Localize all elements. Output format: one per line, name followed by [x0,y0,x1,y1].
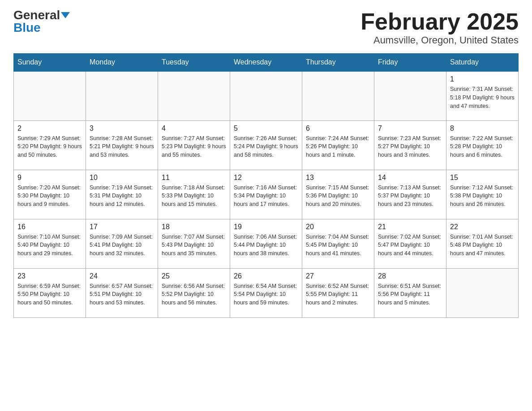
day-number: 21 [378,223,442,231]
day-info: Sunrise: 7:13 AM Sunset: 5:37 PM Dayligh… [378,184,442,209]
day-number: 9 [17,174,82,182]
calendar-cell: 25Sunrise: 6:56 AM Sunset: 5:52 PM Dayli… [158,268,230,317]
day-info: Sunrise: 7:01 AM Sunset: 5:48 PM Dayligh… [450,233,515,258]
day-info: Sunrise: 7:22 AM Sunset: 5:28 PM Dayligh… [450,134,515,159]
day-number: 25 [162,272,226,280]
day-info: Sunrise: 7:24 AM Sunset: 5:26 PM Dayligh… [306,134,370,159]
day-info: Sunrise: 7:26 AM Sunset: 5:24 PM Dayligh… [234,134,298,159]
weekday-header-saturday: Saturday [446,54,519,72]
calendar-cell: 22Sunrise: 7:01 AM Sunset: 5:48 PM Dayli… [446,219,519,268]
weekday-header-wednesday: Wednesday [230,54,302,72]
logo-triangle-icon [61,12,70,18]
day-info: Sunrise: 7:04 AM Sunset: 5:45 PM Dayligh… [306,233,370,258]
day-info: Sunrise: 6:57 AM Sunset: 5:51 PM Dayligh… [90,282,154,307]
calendar-cell [374,71,446,120]
calendar-cell: 15Sunrise: 7:12 AM Sunset: 5:38 PM Dayli… [446,170,519,219]
day-number: 26 [234,272,298,280]
day-number: 24 [90,272,154,280]
day-number: 5 [234,124,298,133]
calendar-week-3: 9Sunrise: 7:20 AM Sunset: 5:30 PM Daylig… [14,170,519,219]
calendar-week-4: 16Sunrise: 7:10 AM Sunset: 5:40 PM Dayli… [14,219,519,268]
calendar-cell: 10Sunrise: 7:19 AM Sunset: 5:31 PM Dayli… [86,170,158,219]
calendar-cell: 5Sunrise: 7:26 AM Sunset: 5:24 PM Daylig… [230,120,302,170]
day-number: 19 [234,223,298,231]
calendar-cell: 4Sunrise: 7:27 AM Sunset: 5:23 PM Daylig… [158,120,230,170]
day-number: 28 [378,272,442,280]
calendar-cell: 20Sunrise: 7:04 AM Sunset: 5:45 PM Dayli… [302,219,374,268]
calendar-body: 1Sunrise: 7:31 AM Sunset: 5:18 PM Daylig… [14,71,519,317]
day-number: 12 [234,174,298,182]
day-number: 1 [450,75,515,83]
day-info: Sunrise: 7:28 AM Sunset: 5:21 PM Dayligh… [90,134,154,159]
calendar-cell: 3Sunrise: 7:28 AM Sunset: 5:21 PM Daylig… [86,120,158,170]
calendar-cell: 23Sunrise: 6:59 AM Sunset: 5:50 PM Dayli… [14,268,86,317]
calendar-cell: 18Sunrise: 7:07 AM Sunset: 5:43 PM Dayli… [158,219,230,268]
day-number: 10 [90,174,154,182]
logo-general-text: General [13,9,60,21]
calendar-title: February 2025 [360,9,519,34]
calendar-cell: 12Sunrise: 7:16 AM Sunset: 5:34 PM Dayli… [230,170,302,219]
calendar-cell: 9Sunrise: 7:20 AM Sunset: 5:30 PM Daylig… [14,170,86,219]
calendar-cell: 8Sunrise: 7:22 AM Sunset: 5:28 PM Daylig… [446,120,519,170]
day-number: 2 [17,124,82,133]
weekday-header-row: SundayMondayTuesdayWednesdayThursdayFrid… [14,54,519,72]
day-info: Sunrise: 7:07 AM Sunset: 5:43 PM Dayligh… [162,233,226,258]
calendar-cell: 24Sunrise: 6:57 AM Sunset: 5:51 PM Dayli… [86,268,158,317]
day-number: 4 [162,124,226,133]
day-info: Sunrise: 7:19 AM Sunset: 5:31 PM Dayligh… [90,184,154,209]
day-number: 8 [450,124,515,133]
day-number: 16 [17,223,82,231]
day-info: Sunrise: 7:16 AM Sunset: 5:34 PM Dayligh… [234,184,298,209]
calendar-cell [446,268,519,317]
calendar-cell: 1Sunrise: 7:31 AM Sunset: 5:18 PM Daylig… [446,71,519,120]
weekday-header-tuesday: Tuesday [158,54,230,72]
day-number: 17 [90,223,154,231]
day-info: Sunrise: 7:09 AM Sunset: 5:41 PM Dayligh… [90,233,154,258]
day-number: 11 [162,174,226,182]
day-info: Sunrise: 7:12 AM Sunset: 5:38 PM Dayligh… [450,184,515,209]
day-number: 18 [162,223,226,231]
weekday-header-friday: Friday [374,54,446,72]
calendar-cell: 17Sunrise: 7:09 AM Sunset: 5:41 PM Dayli… [86,219,158,268]
calendar-table: SundayMondayTuesdayWednesdayThursdayFrid… [13,53,519,318]
calendar-cell: 6Sunrise: 7:24 AM Sunset: 5:26 PM Daylig… [302,120,374,170]
weekday-header-thursday: Thursday [302,54,374,72]
weekday-header-sunday: Sunday [14,54,86,72]
calendar-cell: 28Sunrise: 6:51 AM Sunset: 5:56 PM Dayli… [374,268,446,317]
day-info: Sunrise: 6:59 AM Sunset: 5:50 PM Dayligh… [17,282,82,307]
calendar-cell [302,71,374,120]
calendar-cell: 2Sunrise: 7:29 AM Sunset: 5:20 PM Daylig… [14,120,86,170]
day-info: Sunrise: 7:02 AM Sunset: 5:47 PM Dayligh… [378,233,442,258]
day-number: 20 [306,223,370,231]
calendar-cell [230,71,302,120]
day-info: Sunrise: 7:06 AM Sunset: 5:44 PM Dayligh… [234,233,298,258]
calendar-week-2: 2Sunrise: 7:29 AM Sunset: 5:20 PM Daylig… [14,120,519,170]
calendar-cell [14,71,86,120]
calendar-cell [86,71,158,120]
calendar-cell: 19Sunrise: 7:06 AM Sunset: 5:44 PM Dayli… [230,219,302,268]
day-info: Sunrise: 7:23 AM Sunset: 5:27 PM Dayligh… [378,134,442,159]
day-info: Sunrise: 7:15 AM Sunset: 5:36 PM Dayligh… [306,184,370,209]
calendar-cell: 27Sunrise: 6:52 AM Sunset: 5:55 PM Dayli… [302,268,374,317]
day-number: 22 [450,223,515,231]
calendar-week-1: 1Sunrise: 7:31 AM Sunset: 5:18 PM Daylig… [14,71,519,120]
logo-blue-text: Blue [13,21,41,34]
day-info: Sunrise: 7:31 AM Sunset: 5:18 PM Dayligh… [450,85,515,110]
logo: General Blue [13,9,70,34]
calendar-header: SundayMondayTuesdayWednesdayThursdayFrid… [14,54,519,72]
day-info: Sunrise: 7:20 AM Sunset: 5:30 PM Dayligh… [17,184,82,209]
day-number: 14 [378,174,442,182]
day-info: Sunrise: 7:18 AM Sunset: 5:33 PM Dayligh… [162,184,226,209]
day-info: Sunrise: 7:27 AM Sunset: 5:23 PM Dayligh… [162,134,226,159]
calendar-cell [158,71,230,120]
calendar-cell: 26Sunrise: 6:54 AM Sunset: 5:54 PM Dayli… [230,268,302,317]
page-header: General Blue February 2025 Aumsville, Or… [13,9,519,46]
day-info: Sunrise: 6:51 AM Sunset: 5:56 PM Dayligh… [378,282,442,307]
calendar-cell: 14Sunrise: 7:13 AM Sunset: 5:37 PM Dayli… [374,170,446,219]
calendar-cell: 16Sunrise: 7:10 AM Sunset: 5:40 PM Dayli… [14,219,86,268]
day-number: 3 [90,124,154,133]
weekday-header-monday: Monday [86,54,158,72]
day-number: 6 [306,124,370,133]
day-info: Sunrise: 6:52 AM Sunset: 5:55 PM Dayligh… [306,282,370,307]
day-number: 13 [306,174,370,182]
